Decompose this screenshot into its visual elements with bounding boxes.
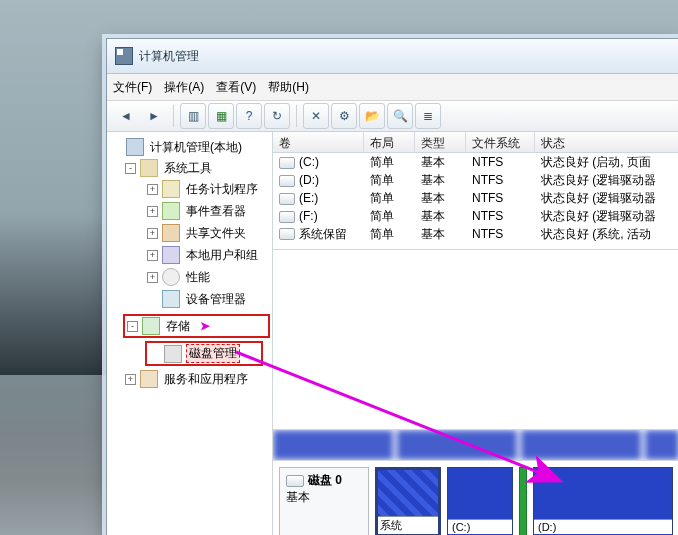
volume-icon [279, 211, 295, 223]
computer-icon [126, 138, 144, 156]
col-volume[interactable]: 卷 [273, 132, 364, 152]
storage-icon [142, 317, 160, 335]
expand-toggle[interactable]: + [125, 374, 136, 385]
list-button[interactable]: ≣ [415, 103, 441, 129]
col-fs[interactable]: 文件系统 [466, 132, 535, 152]
volume-row[interactable]: (D:)简单基本NTFS状态良好 (逻辑驱动器 [273, 171, 678, 189]
tools-icon [140, 159, 158, 177]
disk-header[interactable]: 磁盘 0 基本 [279, 467, 369, 535]
tree-system-tools[interactable]: - 系统工具 [123, 158, 270, 178]
settings-button[interactable]: ⚙ [331, 103, 357, 129]
volume-icon [279, 175, 295, 187]
properties-button[interactable]: ▦ [208, 103, 234, 129]
arrow-start-icon: ➤ [200, 319, 210, 333]
collapse-toggle[interactable]: - [127, 321, 138, 332]
users-icon [162, 246, 180, 264]
tree-task-scheduler[interactable]: +任务计划程序 [145, 179, 270, 199]
open-button[interactable]: 📂 [359, 103, 385, 129]
volume-grid-header[interactable]: 卷 布局 类型 文件系统 状态 [273, 132, 678, 153]
tree-services-apps[interactable]: + 服务和应用程序 [123, 369, 270, 389]
tree-performance[interactable]: +性能 [145, 267, 270, 287]
expand-toggle[interactable]: + [147, 206, 158, 217]
toolbar-separator [296, 105, 297, 127]
col-layout[interactable]: 布局 [364, 132, 415, 152]
services-icon [140, 370, 158, 388]
partition-d[interactable]: (D:) [533, 467, 673, 535]
blurred-region [273, 430, 678, 460]
volume-icon [279, 193, 295, 205]
expand-toggle[interactable]: + [147, 184, 158, 195]
blurred-region [538, 470, 668, 521]
desktop-wallpaper: 计算机管理 文件(F) 操作(A) 查看(V) 帮助(H) ◄ ► ▥ ▦ ? … [0, 0, 678, 535]
tree-root-label: 计算机管理(本地) [148, 139, 244, 156]
disk-graphical-view[interactable]: 磁盘 0 基本 系统 (C:) (D:) [273, 460, 678, 535]
expand-toggle[interactable]: + [147, 228, 158, 239]
tree-device-manager[interactable]: 设备管理器 [145, 289, 270, 309]
expand-toggle[interactable]: + [147, 272, 158, 283]
titlebar[interactable]: 计算机管理 [107, 39, 678, 74]
event-icon [162, 202, 180, 220]
app-icon [115, 47, 133, 65]
volume-row[interactable]: (C:)简单基本NTFS状态良好 (启动, 页面 [273, 153, 678, 171]
tree-local-users[interactable]: +本地用户和组 [145, 245, 270, 265]
content-pane: 卷 布局 类型 文件系统 状态 (C:)简单基本NTFS状态良好 (启动, 页面… [273, 132, 678, 535]
menu-help[interactable]: 帮助(H) [268, 79, 309, 96]
volume-icon [279, 157, 295, 169]
tree-storage[interactable]: - 存储 ➤ [123, 314, 270, 338]
collapse-toggle[interactable]: - [125, 163, 136, 174]
toolbar: ◄ ► ▥ ▦ ? ↻ ✕ ⚙ 📂 🔍 ≣ [107, 101, 678, 132]
menubar: 文件(F) 操作(A) 查看(V) 帮助(H) [107, 74, 678, 101]
navigation-tree[interactable]: 计算机管理(本地) - 系统工具 +任务计划程序 [107, 132, 273, 535]
window-title: 计算机管理 [139, 48, 199, 65]
device-icon [162, 290, 180, 308]
volume-row[interactable]: (F:)简单基本NTFS状态良好 (逻辑驱动器 [273, 207, 678, 225]
partition-gap[interactable] [519, 467, 527, 535]
volume-row[interactable]: 系统保留简单基本NTFS状态良好 (系统, 活动 [273, 225, 678, 243]
refresh-button[interactable]: ↻ [264, 103, 290, 129]
col-status[interactable]: 状态 [535, 132, 678, 152]
expand-toggle[interactable]: + [147, 250, 158, 261]
nav-back-button[interactable]: ◄ [113, 103, 139, 129]
grid-spacer [273, 249, 678, 429]
gauge-icon [162, 268, 180, 286]
menu-action[interactable]: 操作(A) [164, 79, 204, 96]
disk-drive-icon [286, 475, 304, 487]
blurred-region [380, 470, 436, 518]
col-type[interactable]: 类型 [415, 132, 466, 152]
show-hide-tree-button[interactable]: ▥ [180, 103, 206, 129]
computer-management-window: 计算机管理 文件(F) 操作(A) 查看(V) 帮助(H) ◄ ► ▥ ▦ ? … [106, 38, 678, 535]
menu-file[interactable]: 文件(F) [113, 79, 152, 96]
tree-disk-management[interactable]: 磁盘管理 [145, 341, 263, 366]
volume-grid-body[interactable]: (C:)简单基本NTFS状态良好 (启动, 页面(D:)简单基本NTFS状态良好… [273, 153, 678, 243]
partition-system[interactable]: 系统 [375, 467, 441, 535]
action-button[interactable]: ✕ [303, 103, 329, 129]
find-button[interactable]: 🔍 [387, 103, 413, 129]
tree-shared-folders[interactable]: +共享文件夹 [145, 223, 270, 243]
disk-preview-strip [273, 429, 678, 460]
window-body: 计算机管理(本地) - 系统工具 +任务计划程序 [107, 132, 678, 535]
disk-icon [164, 345, 182, 363]
partition-c[interactable]: (C:) [447, 467, 513, 535]
toolbar-separator [173, 105, 174, 127]
help-button[interactable]: ? [236, 103, 262, 129]
volume-icon [279, 228, 295, 240]
folder-icon [162, 224, 180, 242]
nav-forward-button[interactable]: ► [141, 103, 167, 129]
tree-event-viewer[interactable]: +事件查看器 [145, 201, 270, 221]
volume-row[interactable]: (E:)简单基本NTFS状态良好 (逻辑驱动器 [273, 189, 678, 207]
menu-view[interactable]: 查看(V) [216, 79, 256, 96]
tree-root[interactable]: 计算机管理(本地) [109, 137, 270, 157]
clock-icon [162, 180, 180, 198]
